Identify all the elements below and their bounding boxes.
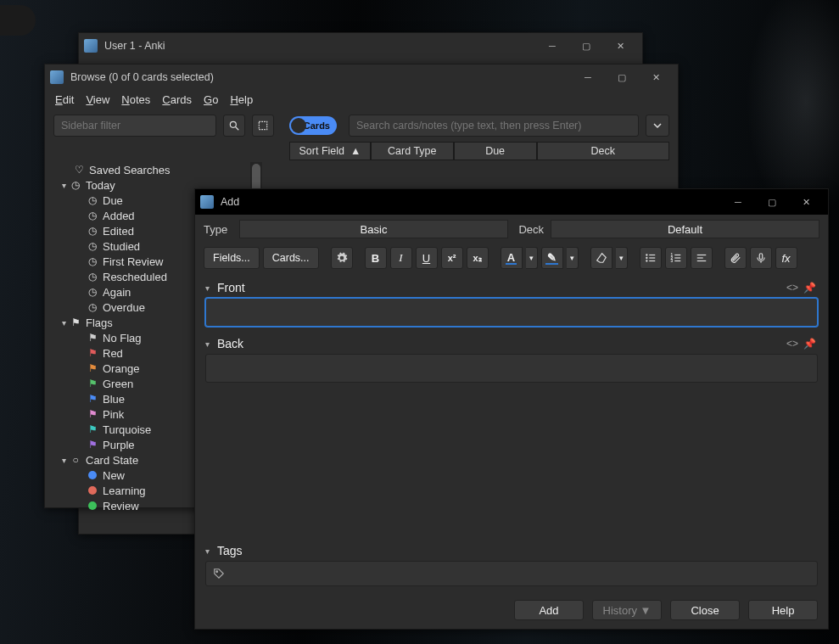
search-dropdown-icon[interactable]: [646, 115, 669, 137]
toggle-knob: [291, 118, 306, 133]
pin-icon[interactable]: 📌: [801, 338, 818, 350]
chevron-down-icon[interactable]: ▾: [205, 546, 217, 556]
align-button[interactable]: [691, 247, 713, 269]
flag-icon: ⚑: [86, 347, 99, 359]
close-button[interactable]: Close: [670, 600, 740, 620]
bullet-list-button[interactable]: [640, 247, 662, 269]
clock-icon: ◷: [86, 240, 99, 252]
search-icon[interactable]: [223, 115, 245, 137]
close-button[interactable]: ✕: [603, 34, 637, 58]
anki-app-icon: [50, 70, 64, 84]
col-due[interactable]: Due: [454, 142, 537, 160]
subscript-button[interactable]: x₂: [467, 247, 489, 269]
close-button[interactable]: ✕: [789, 190, 823, 214]
cards-button[interactable]: Cards...: [263, 247, 319, 269]
attachment-button[interactable]: [724, 247, 747, 269]
heart-icon: ♡: [72, 164, 86, 176]
flag-icon: ⚑: [86, 408, 99, 420]
anki-main-titlebar[interactable]: User 1 - Anki ─ ▢ ✕: [79, 33, 642, 59]
maximize-button[interactable]: ▢: [605, 65, 639, 89]
numbered-list-button[interactable]: 123: [665, 247, 687, 269]
anki-main-title: User 1 - Anki: [104, 40, 165, 52]
clock-icon: ◷: [86, 271, 99, 283]
superscript-button[interactable]: x²: [441, 247, 463, 269]
highlight-dropdown-icon[interactable]: ▾: [567, 247, 579, 269]
front-field[interactable]: [205, 298, 818, 327]
menu-cards[interactable]: Cards: [162, 93, 192, 106]
dot-icon: [86, 471, 99, 479]
back-field[interactable]: [205, 354, 818, 383]
eraser-dropdown-icon[interactable]: ▾: [616, 247, 628, 269]
fx-button[interactable]: fx: [775, 247, 797, 269]
italic-button[interactable]: I: [390, 247, 412, 269]
fields-button[interactable]: Fields...: [204, 247, 260, 269]
html-toggle-icon[interactable]: <>: [784, 282, 801, 294]
sidebar-filter-input[interactable]: [53, 115, 216, 137]
svg-text:3: 3: [670, 259, 673, 263]
flag-icon: ⚑: [86, 332, 99, 344]
front-section: ▾ Front <> 📌: [195, 274, 828, 330]
deck-button[interactable]: Default: [551, 220, 819, 238]
add-button[interactable]: Add: [514, 600, 584, 620]
text-color-dropdown-icon[interactable]: ▾: [526, 247, 538, 269]
minimize-button[interactable]: ─: [571, 65, 605, 89]
add-titlebar[interactable]: Add ─ ▢ ✕: [195, 189, 828, 215]
highlight-button[interactable]: ✎: [541, 247, 563, 269]
maximize-button[interactable]: ▢: [755, 190, 789, 214]
svg-rect-18: [759, 254, 763, 260]
tags-field[interactable]: [205, 561, 818, 586]
svg-line-1: [236, 127, 239, 131]
gear-icon[interactable]: [331, 247, 353, 269]
circle-icon: ○: [69, 454, 82, 466]
flag-icon: ⚑: [86, 362, 99, 374]
add-title: Add: [221, 196, 239, 208]
sidebar-item-saved-searches[interactable]: ♡Saved Searches: [50, 162, 260, 177]
microphone-button[interactable]: [750, 247, 772, 269]
menu-edit[interactable]: Edit: [55, 93, 74, 106]
clock-icon: ◷: [86, 286, 99, 298]
svg-rect-4: [649, 255, 655, 255]
pin-icon[interactable]: 📌: [801, 282, 818, 294]
note-type-button[interactable]: Basic: [239, 220, 508, 238]
text-color-button[interactable]: A: [501, 247, 523, 269]
eraser-button[interactable]: [590, 247, 612, 269]
menu-view[interactable]: View: [86, 93, 109, 106]
html-toggle-icon[interactable]: <>: [784, 338, 801, 350]
chevron-down-icon: ▾: [59, 181, 69, 190]
chevron-down-icon: ▾: [59, 456, 69, 465]
col-sort-field[interactable]: Sort Field ▲: [289, 142, 371, 160]
svg-point-5: [646, 257, 647, 259]
browse-toolbar: Cards: [45, 111, 678, 140]
help-button[interactable]: Help: [748, 600, 818, 620]
menu-notes[interactable]: Notes: [121, 93, 150, 106]
cards-notes-toggle[interactable]: Cards: [289, 116, 337, 135]
minimize-button[interactable]: ─: [535, 34, 569, 58]
svg-point-0: [230, 121, 236, 127]
svg-point-7: [646, 260, 647, 261]
taskbar-peek: [0, 5, 36, 36]
svg-point-3: [646, 254, 647, 255]
underline-button[interactable]: U: [416, 247, 438, 269]
flag-icon: ⚑: [86, 378, 99, 389]
bold-button[interactable]: B: [365, 247, 387, 269]
type-label: Type: [204, 223, 232, 236]
minimize-button[interactable]: ─: [721, 190, 755, 214]
menu-go[interactable]: Go: [204, 93, 218, 106]
col-card-type[interactable]: Card Type: [371, 142, 454, 160]
chevron-down-icon[interactable]: ▾: [205, 339, 217, 349]
col-deck[interactable]: Deck: [537, 142, 669, 160]
clock-icon: ◷: [86, 301, 99, 313]
editor-toolbar: Fields... Cards... B I U x² x₂ A ▾ ✎ ▾ ▾…: [195, 244, 828, 274]
browse-titlebar[interactable]: Browse (0 of 0 cards selected) ─ ▢ ✕: [45, 64, 678, 90]
search-input[interactable]: [349, 115, 639, 137]
menu-help[interactable]: Help: [230, 93, 253, 106]
browse-title: Browse (0 of 0 cards selected): [70, 71, 214, 83]
maximize-button[interactable]: ▢: [569, 34, 603, 58]
type-deck-row: Type Basic Deck Default: [195, 215, 828, 244]
svg-rect-8: [649, 260, 655, 261]
select-mode-icon[interactable]: [252, 115, 274, 137]
close-button[interactable]: ✕: [639, 65, 673, 89]
history-button[interactable]: History ▼: [592, 600, 662, 620]
clock-icon: ◷: [86, 225, 99, 237]
chevron-down-icon[interactable]: ▾: [205, 283, 217, 293]
